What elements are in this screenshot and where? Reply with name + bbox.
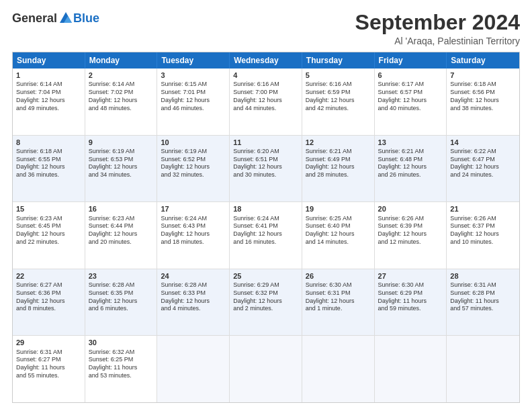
day-info-line: and 49 minutes. <box>16 105 81 113</box>
calendar-cell: 11Sunrise: 6:20 AMSunset: 6:51 PMDayligh… <box>230 136 302 202</box>
day-info-line: Sunrise: 6:31 AM <box>450 281 516 289</box>
day-number: 16 <box>89 204 154 214</box>
day-info-line: and 40 minutes. <box>378 105 443 113</box>
page: General Blue September 2024 Al 'Araqa, P… <box>0 0 532 411</box>
calendar-cell: 4Sunrise: 6:16 AMSunset: 7:00 PMDaylight… <box>230 68 302 135</box>
day-info-line: Sunrise: 6:14 AM <box>89 81 154 89</box>
day-info-line: Daylight: 12 hours <box>161 230 226 238</box>
day-info-line: Sunrise: 6:21 AM <box>306 148 371 156</box>
calendar-cell: 6Sunrise: 6:17 AMSunset: 6:57 PMDaylight… <box>375 68 447 135</box>
day-number: 21 <box>450 204 516 214</box>
day-info-line: Daylight: 12 hours <box>450 97 516 105</box>
calendar-cell: 20Sunrise: 6:26 AMSunset: 6:39 PMDayligh… <box>375 202 447 269</box>
day-number: 9 <box>89 138 154 147</box>
day-info-line: and 55 minutes. <box>16 372 81 380</box>
day-info-line: Sunset: 6:59 PM <box>306 89 371 97</box>
calendar-cell: 9Sunrise: 6:19 AMSunset: 6:53 PMDaylight… <box>85 136 158 202</box>
header-friday: Friday <box>375 52 447 68</box>
day-info-line: and 57 minutes. <box>450 305 516 313</box>
day-info-line: and 8 minutes. <box>16 305 81 313</box>
header-thursday: Thursday <box>302 52 375 68</box>
day-info-line: and 14 minutes. <box>306 238 371 246</box>
day-info-line: Sunset: 6:44 PM <box>89 222 154 230</box>
calendar-cell <box>157 336 230 402</box>
day-info-line: Daylight: 12 hours <box>450 163 516 171</box>
day-info-line: and 53 minutes. <box>89 372 154 380</box>
day-info-line: and 6 minutes. <box>89 305 154 313</box>
logo-general-text: General <box>12 11 57 26</box>
day-info-line: Sunrise: 6:19 AM <box>161 148 226 156</box>
calendar-cell: 23Sunrise: 6:28 AMSunset: 6:35 PMDayligh… <box>85 269 158 336</box>
calendar-cell <box>447 336 519 402</box>
day-info-line: Sunset: 6:25 PM <box>89 356 154 364</box>
calendar-cell: 2Sunrise: 6:14 AMSunset: 7:02 PMDaylight… <box>85 68 158 135</box>
day-info-line: and 24 minutes. <box>450 171 516 179</box>
calendar-body: 1Sunrise: 6:14 AMSunset: 7:04 PMDaylight… <box>13 68 519 402</box>
day-number: 7 <box>450 71 516 80</box>
day-info-line: Sunset: 6:36 PM <box>16 289 81 298</box>
day-info-line: Sunrise: 6:16 AM <box>306 81 371 89</box>
day-info-line: and 32 minutes. <box>161 171 226 179</box>
day-info-line: Sunrise: 6:21 AM <box>378 148 443 156</box>
day-info-line: Sunset: 6:40 PM <box>306 222 371 230</box>
day-info-line: Sunset: 6:45 PM <box>16 222 81 230</box>
day-number: 14 <box>450 138 516 147</box>
day-info-line: Sunrise: 6:26 AM <box>378 215 443 223</box>
day-number: 10 <box>161 138 226 147</box>
calendar-cell: 8Sunrise: 6:18 AMSunset: 6:55 PMDaylight… <box>13 136 85 202</box>
day-info-line: Sunset: 6:29 PM <box>378 289 443 298</box>
day-info-line: Sunrise: 6:30 AM <box>378 281 443 289</box>
calendar-cell: 21Sunrise: 6:26 AMSunset: 6:37 PMDayligh… <box>447 202 519 269</box>
calendar-cell <box>302 336 375 402</box>
day-info-line: Daylight: 12 hours <box>450 230 516 238</box>
calendar: Sunday Monday Tuesday Wednesday Thursday… <box>12 52 520 403</box>
day-number: 28 <box>450 271 516 281</box>
header: General Blue September 2024 Al 'Araqa, P… <box>12 11 520 46</box>
day-info-line: and 2 minutes. <box>233 305 298 313</box>
day-info-line: Daylight: 12 hours <box>16 298 81 306</box>
day-info-line: Sunset: 6:27 PM <box>16 356 81 364</box>
calendar-cell: 19Sunrise: 6:25 AMSunset: 6:40 PMDayligh… <box>302 202 375 269</box>
day-info-line: Sunset: 6:33 PM <box>161 289 226 298</box>
day-number: 1 <box>16 71 81 80</box>
day-info-line: Daylight: 12 hours <box>306 97 371 105</box>
calendar-cell: 29Sunrise: 6:31 AMSunset: 6:27 PMDayligh… <box>13 336 85 402</box>
day-info-line: Daylight: 12 hours <box>233 298 298 306</box>
day-info-line: Sunset: 7:00 PM <box>233 89 298 97</box>
calendar-cell <box>230 336 302 402</box>
logo-blue-text: Blue <box>73 11 99 26</box>
header-tuesday: Tuesday <box>157 52 230 68</box>
day-info-line: Daylight: 12 hours <box>233 97 298 105</box>
day-info-line: Sunrise: 6:14 AM <box>16 81 81 89</box>
day-info-line: Sunset: 6:31 PM <box>306 289 371 298</box>
day-number: 23 <box>89 271 154 281</box>
day-info-line: Sunset: 6:47 PM <box>450 156 516 164</box>
calendar-header: Sunday Monday Tuesday Wednesday Thursday… <box>13 52 519 68</box>
day-info-line: Sunrise: 6:17 AM <box>378 81 443 89</box>
day-info-line: and 10 minutes. <box>450 238 516 246</box>
day-info-line: and 59 minutes. <box>378 305 443 313</box>
day-info-line: Sunrise: 6:23 AM <box>16 215 81 223</box>
main-title: September 2024 <box>355 11 520 34</box>
header-wednesday: Wednesday <box>230 52 302 68</box>
day-number: 20 <box>378 204 443 214</box>
day-info-line: and 20 minutes. <box>89 238 154 246</box>
day-info-line: and 1 minute. <box>306 305 371 313</box>
day-info-line: Sunrise: 6:16 AM <box>233 81 298 89</box>
day-info-line: Sunrise: 6:24 AM <box>233 215 298 223</box>
day-number: 19 <box>306 204 371 214</box>
day-info-line: and 28 minutes. <box>306 171 371 179</box>
day-info-line: Daylight: 12 hours <box>233 163 298 171</box>
day-number: 12 <box>306 138 371 147</box>
day-info-line: Sunset: 6:37 PM <box>450 222 516 230</box>
day-info-line: Sunset: 6:48 PM <box>378 156 443 164</box>
day-info-line: Sunset: 6:41 PM <box>233 222 298 230</box>
calendar-cell <box>375 336 447 402</box>
day-info-line: and 12 minutes. <box>378 238 443 246</box>
calendar-cell: 15Sunrise: 6:23 AMSunset: 6:45 PMDayligh… <box>13 202 85 269</box>
calendar-cell: 16Sunrise: 6:23 AMSunset: 6:44 PMDayligh… <box>85 202 158 269</box>
day-info-line: Sunrise: 6:18 AM <box>450 81 516 89</box>
day-info-line: Daylight: 12 hours <box>16 163 81 171</box>
day-info-line: Daylight: 12 hours <box>16 97 81 105</box>
day-info-line: Sunrise: 6:22 AM <box>450 148 516 156</box>
